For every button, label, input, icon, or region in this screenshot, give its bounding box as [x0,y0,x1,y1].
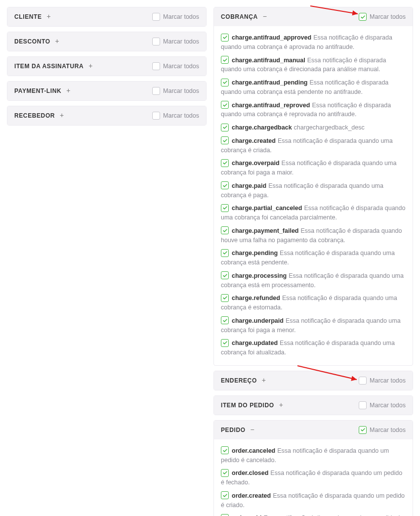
item-checkbox[interactable] [221,316,229,324]
item-checkbox[interactable] [221,79,229,86]
mark-all[interactable]: Marcar todos [359,377,406,385]
panel: PEDIDO−Marcar todosorder.canceledEssa no… [213,420,413,516]
item-name: charge.underpaid [232,317,284,324]
list-item: charge.updatedEssa notificação é dispara… [221,337,406,359]
panel: ITEM DA ASSINATURA+Marcar todos [7,56,207,76]
panel: CLIENTE+Marcar todos [7,7,207,27]
panel-header[interactable]: PEDIDO−Marcar todos [214,421,413,439]
mark-all-label: Marcar todos [370,13,406,20]
mark-all-checkbox[interactable] [152,38,160,45]
item-name: charge.antifraud_pending [232,79,308,86]
panel-title: PAYMENT-LINK [14,87,61,94]
panel-header[interactable]: RECEBEDOR+Marcar todos [7,106,206,125]
panel: ITEM DO PEDIDO+Marcar todos [213,395,413,415]
panel-title: COBRANÇA [221,13,258,20]
list-item: charge.processingEssa notificação é disp… [221,269,406,292]
item-name: charge.chargedback [232,124,292,131]
column-0: CLIENTE+Marcar todosDESCONTO+Marcar todo… [7,7,207,516]
panel-header[interactable]: CLIENTE+Marcar todos [7,7,206,26]
panel-title-wrap: COBRANÇA− [221,13,267,20]
item-checkbox[interactable] [221,181,229,189]
mark-all[interactable]: Marcar todos [152,13,199,21]
item-checkbox[interactable] [221,226,229,234]
mark-all-label: Marcar todos [163,112,199,119]
panel-title: ENDEREÇO [221,377,257,384]
panel-title-wrap: DESCONTO+ [14,38,59,45]
list-item: charge.overpaidEssa notificação é dispar… [221,157,406,179]
mark-all[interactable]: Marcar todos [152,38,199,45]
item-checkbox[interactable] [221,101,229,109]
list-item: charge.createdEssa notificação é dispara… [221,134,406,157]
expand-icon[interactable]: + [66,87,70,94]
collapse-icon[interactable]: − [251,426,254,433]
list-item: order.createdEssa notificação é disparad… [221,489,406,512]
panel-title: RECEBEDOR [14,112,55,119]
mark-all-checkbox[interactable] [359,401,367,409]
panel-header[interactable]: PAYMENT-LINK+Marcar todos [7,82,206,100]
item-name: charge.partial_canceled [232,205,302,212]
mark-all[interactable]: Marcar todos [359,401,406,409]
item-name: charge.pending [232,250,278,257]
expand-icon[interactable]: + [279,401,283,408]
item-checkbox[interactable] [221,469,229,477]
item-name: charge.antifraud_reproved [232,102,310,109]
item-checkbox[interactable] [221,124,229,131]
mark-all-label: Marcar todos [163,38,199,45]
mark-all[interactable]: Marcar todos [359,426,406,434]
mark-all[interactable]: Marcar todos [152,87,199,95]
list-item: charge.antifraud_reprovedEssa notificaçã… [221,99,406,122]
item-checkbox[interactable] [221,56,229,64]
item-checkbox[interactable] [221,204,229,212]
collapse-icon[interactable]: − [263,13,267,20]
mark-all-checkbox[interactable] [359,13,367,21]
mark-all-checkbox[interactable] [152,112,160,120]
panel: RECEBEDOR+Marcar todos [7,106,207,126]
mark-all-label: Marcar todos [163,63,199,70]
mark-all[interactable]: Marcar todos [152,112,199,120]
mark-all-checkbox[interactable] [152,13,160,21]
list-item: charge.refundedEssa notificação é dispar… [221,292,406,314]
mark-all-checkbox[interactable] [152,62,160,70]
panel-header[interactable]: ENDEREÇO+Marcar todos [214,371,413,390]
item-checkbox[interactable] [221,339,229,347]
list-item: charge.chargedbackchargechargedback_desc [221,121,406,134]
panel-title: PEDIDO [221,427,246,433]
item-checkbox[interactable] [221,34,229,42]
mark-all-checkbox[interactable] [359,377,367,385]
expand-icon[interactable]: + [55,38,59,44]
item-checkbox[interactable] [221,249,229,257]
item-name: order.created [232,492,271,499]
expand-icon[interactable]: + [60,112,64,119]
panel-title-wrap: ITEM DA ASSINATURA+ [14,63,93,70]
item-checkbox[interactable] [221,446,229,454]
item-checkbox[interactable] [221,159,229,167]
panel-title-wrap: ITEM DO PEDIDO+ [221,402,283,409]
mark-all[interactable]: Marcar todos [152,62,199,70]
panel-header[interactable]: ITEM DO PEDIDO+Marcar todos [214,396,413,415]
panel-title: ITEM DO PEDIDO [221,402,274,409]
mark-all-checkbox[interactable] [359,426,367,434]
item-checkbox[interactable] [221,136,229,144]
item-checkbox[interactable] [221,271,229,279]
panel: COBRANÇA−Marcar todoscharge.antifraud_ap… [213,7,413,366]
mark-all-checkbox[interactable] [152,87,160,95]
panel-header[interactable]: DESCONTO+Marcar todos [7,32,206,51]
panel-header[interactable]: COBRANÇA−Marcar todos [214,7,413,26]
expand-icon[interactable]: + [88,62,92,69]
expand-icon[interactable]: + [262,377,266,384]
list-item: charge.partial_canceledEssa notificação … [221,202,406,224]
item-name: charge.updated [232,340,278,346]
panel-body: charge.antifraud_approvedEssa notificaçã… [214,26,413,365]
mark-all[interactable]: Marcar todos [359,13,406,21]
list-item: charge.antifraud_pendingEssa notificação… [221,76,406,99]
item-checkbox[interactable] [221,294,229,302]
item-checkbox[interactable] [221,514,229,516]
panel: ENDEREÇO+Marcar todos [213,371,413,390]
panel-title: DESCONTO [14,38,50,45]
panel-header[interactable]: ITEM DA ASSINATURA+Marcar todos [7,57,206,76]
expand-icon[interactable]: + [47,13,51,20]
item-name: charge.paid [232,182,266,189]
item-checkbox[interactable] [221,491,229,499]
list-item: charge.paidEssa notificação é disparada … [221,179,406,202]
list-item: charge.payment_failedEssa notificação é … [221,224,406,247]
